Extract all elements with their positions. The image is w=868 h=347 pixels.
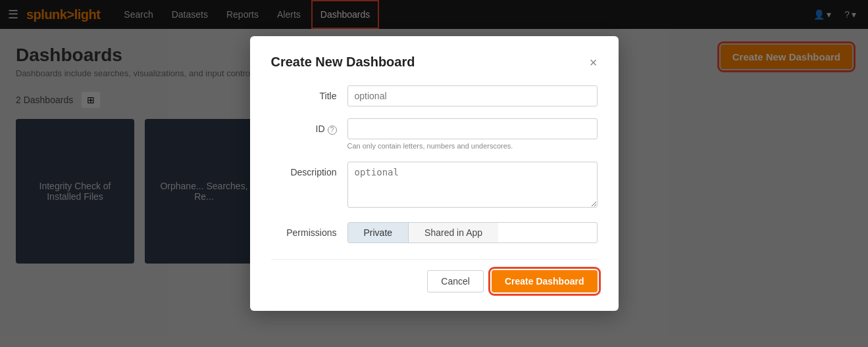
id-row: ID ? Can only contain letters, numbers a… bbox=[271, 118, 598, 150]
id-label-wrap: ID ? bbox=[271, 118, 337, 135]
cancel-button[interactable]: Cancel bbox=[427, 270, 484, 292]
id-field: Can only contain letters, numbers and un… bbox=[347, 118, 598, 150]
id-help-icon[interactable]: ? bbox=[328, 126, 337, 135]
modal-title: Create New Dashboard bbox=[271, 55, 415, 70]
title-input[interactable] bbox=[347, 85, 598, 106]
permissions-toggle: Private Shared in App bbox=[347, 222, 598, 243]
modal-header: Create New Dashboard × bbox=[271, 55, 598, 70]
modal-overlay[interactable]: Create New Dashboard × Title ID ? Can on… bbox=[0, 0, 868, 347]
title-field bbox=[347, 85, 598, 106]
permissions-row: Permissions Private Shared in App bbox=[271, 222, 598, 243]
description-row: Description bbox=[271, 162, 598, 210]
modal-footer: Cancel Create Dashboard bbox=[271, 259, 598, 292]
description-textarea[interactable] bbox=[347, 162, 598, 208]
perm-shared-btn[interactable]: Shared in App bbox=[409, 223, 498, 243]
modal-close-button[interactable]: × bbox=[590, 56, 598, 69]
modal: Create New Dashboard × Title ID ? Can on… bbox=[250, 36, 619, 311]
id-label: ID bbox=[316, 124, 325, 134]
title-label: Title bbox=[271, 85, 337, 101]
title-row: Title bbox=[271, 85, 598, 106]
id-hint: Can only contain letters, numbers and un… bbox=[347, 142, 598, 150]
permissions-label: Permissions bbox=[271, 222, 337, 238]
create-dashboard-button[interactable]: Create Dashboard bbox=[492, 270, 598, 292]
perm-private-btn[interactable]: Private bbox=[348, 223, 409, 243]
description-label: Description bbox=[271, 162, 337, 177]
id-input[interactable] bbox=[347, 118, 598, 139]
permissions-field: Private Shared in App bbox=[347, 222, 598, 243]
description-field bbox=[347, 162, 598, 210]
